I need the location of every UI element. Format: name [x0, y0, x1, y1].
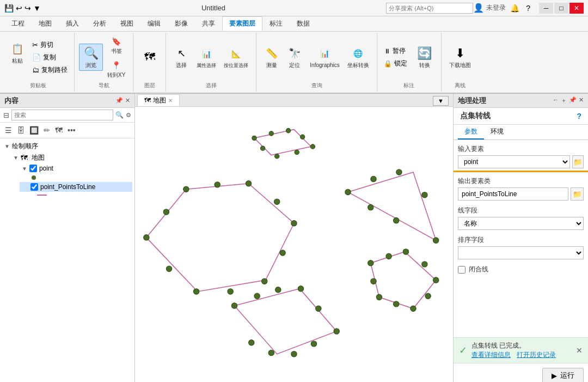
close-line-checkbox[interactable] [458, 266, 465, 274]
map-tab-close-icon[interactable]: ✕ [168, 98, 173, 104]
points-to-line-layer-item[interactable]: point_PointsToLine [20, 182, 132, 192]
list-by-selection-button[interactable]: 🔲 [28, 124, 40, 136]
tab-share[interactable]: 共享 [195, 16, 222, 31]
open-history-link[interactable]: 打开历史记录 [517, 351, 556, 359]
download-group: ⬇ 下载地图 离线 [442, 33, 479, 92]
search-input[interactable] [386, 3, 473, 14]
bookmark-button[interactable]: 🔖 书签 [104, 34, 128, 57]
point-layer-header[interactable]: ▼ point [20, 163, 132, 173]
save-icon[interactable]: 💾 [4, 4, 14, 13]
download-map-button[interactable]: ⬇ 下载地图 [446, 44, 474, 71]
geo-tab-params[interactable]: 参数 [458, 125, 484, 140]
input-features-select[interactable]: point [458, 155, 570, 168]
map-tabs: 🗺 地图 ✕ ▼ [135, 94, 453, 107]
warning-bar [454, 171, 588, 172]
query-label: 查询 [311, 82, 322, 90]
infographics-button[interactable]: 📊 Infographics [307, 44, 342, 71]
geo-help-icon[interactable]: ? [577, 112, 581, 120]
map-tab[interactable]: 🗺 地图 ✕ [137, 94, 180, 106]
map-group-items: 🗺 [139, 34, 161, 81]
input-browse-button[interactable]: 📁 [572, 155, 584, 168]
cut-button[interactable]: ✂ 剪切 [30, 39, 70, 51]
search-button[interactable]: 🔍 [115, 111, 124, 119]
sidebar-pin-button[interactable]: 📌 [115, 97, 123, 104]
tab-feature-layer[interactable]: 要素图层 [222, 16, 262, 31]
output-features-input[interactable] [458, 187, 568, 201]
undo-icon[interactable]: ↩ [16, 4, 22, 13]
paste-icon: 📋 [10, 41, 25, 57]
minimize-button[interactable]: ─ [539, 3, 553, 14]
geo-tab-env[interactable]: 环境 [484, 125, 510, 140]
pause-button[interactable]: ⏸ 暂停 [382, 45, 409, 57]
svg-point-9 [163, 209, 169, 215]
list-by-source-button[interactable]: 🗄 [15, 124, 26, 136]
list-by-snapping-button[interactable]: 🗺 [53, 124, 64, 136]
layer-props-button[interactable]: 🗺 [139, 47, 161, 68]
select-button[interactable]: ↖ 选择 [170, 44, 192, 71]
help-icon[interactable]: ? [526, 4, 530, 13]
geo-back-button[interactable]: ← [553, 96, 559, 105]
map-canvas[interactable] [135, 107, 453, 382]
geo-controls: ← ＋ 📌 ✕ [553, 96, 584, 105]
geo-close-button[interactable]: ✕ [579, 96, 584, 105]
geoprocessing-panel: 地理处理 ← ＋ 📌 ✕ 点集转线 ? 参数 环境 输入要素 point [453, 94, 588, 382]
query-items: 📏 测量 🔭 定位 📊 Infographics 🌐 坐标转换 [261, 34, 372, 81]
tab-analysis[interactable]: 分析 [86, 16, 113, 31]
maximize-button[interactable]: □ [554, 3, 568, 14]
map-view-dropdown-button[interactable]: ▼ [433, 96, 449, 106]
map-group-label: 图层 [144, 82, 155, 90]
svg-point-22 [396, 169, 402, 175]
output-browse-button[interactable]: 📁 [571, 187, 584, 201]
tab-image[interactable]: 影像 [168, 16, 195, 31]
line-field-select[interactable]: 名称 [458, 217, 584, 230]
tab-data[interactable]: 数据 [290, 16, 317, 31]
close-button[interactable]: ✕ [569, 3, 584, 14]
coord-transform-button[interactable]: 🌐 坐标转换 [344, 44, 372, 71]
more-options-button[interactable]: ••• [66, 124, 77, 136]
more-icon[interactable]: ▼ [33, 4, 41, 13]
draw-order-label: 绘制顺序 [12, 142, 38, 151]
browse-button[interactable]: 🔍 浏览 [79, 44, 103, 71]
draw-order-header[interactable]: ▼ 绘制顺序 [2, 141, 132, 152]
select-by-attr-button[interactable]: 📊 属性选择 [193, 44, 219, 71]
run-button[interactable]: ▶ 运行 [542, 368, 584, 382]
sort-field-label: 排序字段 [458, 235, 584, 245]
sort-field-select[interactable] [458, 246, 584, 259]
measure-button[interactable]: 📏 测量 [261, 44, 283, 71]
paste-button[interactable]: 📋 粘贴 [7, 39, 28, 76]
copy-path-button[interactable]: 🗂 复制路径 [30, 64, 70, 76]
list-by-editing-button[interactable]: ✏ [42, 124, 52, 136]
tab-insert[interactable]: 插入 [59, 16, 86, 31]
point-expand-arrow: ▼ [22, 166, 27, 172]
copy-button[interactable]: 📄 复制 [30, 52, 70, 63]
tab-project[interactable]: 工程 [4, 16, 32, 31]
geo-pin-button[interactable]: 📌 [569, 96, 577, 105]
layer-search-input[interactable] [11, 110, 113, 120]
view-details-link[interactable]: 查看详细信息 [471, 351, 511, 359]
locate-button[interactable]: 🔭 定位 [284, 44, 305, 71]
list-by-drawing-order-button[interactable]: ☰ [3, 124, 14, 136]
select-by-location-button[interactable]: 📐 按位置选择 [220, 44, 252, 71]
tab-view[interactable]: 视图 [113, 16, 140, 31]
navigate-items: 🔍 浏览 🔖 书签 📍 转到XY [79, 34, 128, 81]
points-to-line-check[interactable] [30, 183, 38, 191]
redo-icon[interactable]: ↪ [24, 4, 31, 13]
svg-point-29 [275, 287, 281, 293]
tab-edit[interactable]: 编辑 [140, 16, 168, 31]
tab-label[interactable]: 标注 [262, 16, 290, 31]
sidebar-options-button[interactable]: ⚙ [126, 112, 131, 119]
point-layer-check[interactable] [29, 165, 37, 172]
geo-header: 地理处理 ← ＋ 📌 ✕ [454, 94, 588, 108]
lock-button[interactable]: 🔒 锁定 [382, 58, 409, 69]
map-layer-header[interactable]: ▼ 🗺 地图 [11, 152, 132, 163]
tab-map[interactable]: 地图 [32, 16, 59, 31]
transform-button[interactable]: 🔄 转换 [413, 44, 437, 71]
svg-point-37 [368, 260, 373, 266]
notification-close-button[interactable]: ✕ [576, 346, 583, 355]
points-to-line-name: point_PointsToLine [40, 183, 95, 191]
sidebar-close-button[interactable]: ✕ [125, 97, 130, 104]
geo-new-button[interactable]: ＋ [561, 96, 567, 105]
bell-icon[interactable]: 🔔 [510, 4, 519, 13]
goto-xy-button[interactable]: 📍 转到XY [104, 58, 128, 81]
svg-point-33 [311, 341, 316, 347]
